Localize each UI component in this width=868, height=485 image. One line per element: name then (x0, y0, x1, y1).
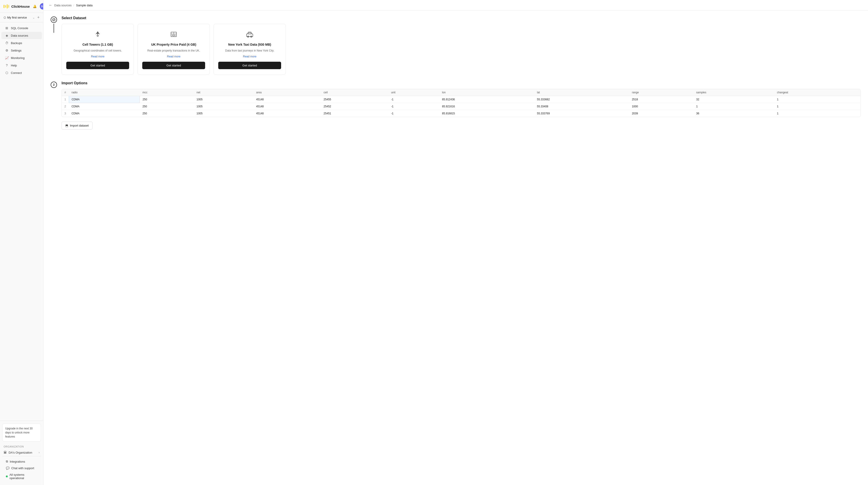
sidebar-item-settings[interactable]: ⚙ Settings (1, 47, 42, 54)
sidebar-label-connect: Connect (11, 71, 22, 74)
service-chevron-icon: ⌄ (33, 16, 35, 19)
cell-range: 2039 (629, 110, 693, 117)
sidebar-item-data-sources[interactable]: ◈ Data sources (1, 32, 42, 39)
upgrade-card: Upgrade in the next 30 days to unlock mo… (2, 423, 41, 442)
logo-bar-1 (4, 5, 4, 8)
cell-towers-read-more[interactable]: Read more (91, 55, 104, 58)
ny-taxi-desc: Data from taxi journeys in New York City… (225, 48, 274, 53)
cell-samples: 1 (693, 103, 774, 110)
cell-num: 1 (62, 96, 69, 103)
cell-area: 45148 (253, 110, 321, 117)
cell-lon: 85.916815 (439, 110, 534, 117)
cell-changeat: 1 (774, 96, 861, 103)
cell-lat: 55.333682 (534, 96, 629, 103)
avatar[interactable]: DA (40, 3, 43, 9)
svg-point-0 (53, 18, 55, 21)
chat-support-link[interactable]: 💬 Chat with support (2, 465, 41, 472)
step-2-circle: 2 (51, 82, 57, 88)
integrations-link[interactable]: ⧉ Integrations (2, 458, 41, 465)
cell-cell: 25455 (321, 96, 388, 103)
table-header-row: # radio mcc net area cell unit lon lat (62, 89, 861, 96)
cell-range: 2518 (629, 96, 693, 103)
ny-taxi-read-more[interactable]: Read more (243, 55, 256, 58)
import-icon: ⬒ (65, 124, 68, 127)
org-item[interactable]: 🏛 DA's Organization › (2, 449, 41, 456)
system-status: All systems operational (2, 472, 41, 481)
breadcrumb-separator: / (73, 4, 74, 7)
add-service-icon[interactable]: + (37, 15, 39, 20)
uk-property-get-started-button[interactable]: Get started (142, 62, 205, 69)
org-name: DA's Organization (9, 451, 32, 454)
ny-taxi-icon (245, 29, 254, 39)
import-dataset-button[interactable]: ⬒ Import dataset (62, 122, 93, 129)
sidebar-item-sql-console[interactable]: ⊞ SQL Console (1, 24, 42, 32)
cell-cell: 25451 (321, 110, 388, 117)
sidebar-item-backups[interactable]: ⏱ Backups (1, 39, 42, 46)
org-chevron-icon: › (39, 451, 39, 454)
cell-changeat: 1 (774, 110, 861, 117)
cell-lat: 55.33408 (534, 103, 629, 110)
ny-taxi-get-started-button[interactable]: Get started (218, 62, 281, 69)
cell-samples: 36 (693, 110, 774, 117)
sidebar-label-settings: Settings (11, 49, 22, 52)
dataset-card-uk-property: UK Property Price Paid (4 GB) Real-estat… (137, 24, 210, 75)
uk-property-desc: Real-estate property transactions in the… (148, 48, 200, 53)
col-header-range: range (629, 89, 693, 96)
step-1-circle (51, 17, 57, 23)
dataset-cards: Cell Towers (1.1 GB) Geographical coordi… (62, 24, 861, 75)
logo-bar-3 (7, 4, 7, 8)
step-2-number: 2 (53, 83, 55, 86)
cell-mcc: 250 (140, 103, 194, 110)
step-2-indicator: 2 (51, 81, 57, 88)
step-2: 2 Import Options # radio m (51, 81, 861, 129)
sidebar-item-help[interactable]: ? Help (1, 62, 42, 69)
step-1-line (54, 24, 54, 33)
logo-bar-4 (8, 5, 9, 8)
step-1-title: Select Dataset (62, 16, 861, 20)
col-header-cell: cell (321, 89, 388, 96)
cell-area: 45148 (253, 96, 321, 103)
cell-num: 3 (62, 110, 69, 117)
step-2-title: Import Options (62, 81, 861, 85)
uk-property-title: UK Property Price Paid (4 GB) (151, 43, 196, 46)
data-sources-icon: ◈ (5, 34, 9, 37)
sidebar-logo: ClickHouse 🔔 DA (0, 0, 43, 13)
uk-property-read-more[interactable]: Read more (167, 55, 180, 58)
main-content: ← Data sources / Sample data Sel (43, 0, 868, 485)
dataset-card-cell-towers: Cell Towers (1.1 GB) Geographical coordi… (62, 24, 134, 75)
step-1-indicator (51, 16, 57, 33)
sidebar-label-help: Help (11, 64, 17, 67)
cell-area: 45148 (253, 103, 321, 110)
step-1-content: Select Dataset (62, 16, 861, 75)
data-table: # radio mcc net area cell unit lon lat (62, 89, 861, 117)
table-row: 2 CDMA 250 1005 45148 25452 -1 85.921616… (62, 103, 861, 110)
sql-console-icon: ⊞ (5, 26, 9, 30)
org-label: Organization (2, 444, 41, 449)
cell-mcc: 250 (140, 110, 194, 117)
col-header-lon: lon (439, 89, 534, 96)
cell-net: 1005 (194, 103, 253, 110)
cell-radio: CDMA (69, 110, 140, 117)
logo-bar-2 (5, 5, 6, 7)
import-options: # radio mcc net area cell unit lon lat (62, 89, 861, 129)
sidebar-item-connect[interactable]: ⬡ Connect (1, 69, 42, 76)
col-header-unit: unit (388, 89, 439, 96)
service-icon: ⬡ (4, 16, 6, 19)
integrations-icon: ⧉ (6, 460, 8, 463)
cell-lon: 85.912436 (439, 96, 534, 103)
cell-towers-desc: Geographical coordinates of cell towers. (73, 48, 122, 53)
notifications-icon[interactable]: 🔔 (32, 3, 38, 9)
col-header-net: net (194, 89, 253, 96)
service-selector[interactable]: ⬡ My first service ⌄ + (0, 13, 43, 22)
cell-cell: 25452 (321, 103, 388, 110)
cell-lon: 85.921616 (439, 103, 534, 110)
table-body: 1 CDMA 250 1005 45148 25455 -1 85.912436… (62, 96, 861, 117)
cell-radio: CDMA (69, 103, 140, 110)
cell-towers-get-started-button[interactable]: Get started (66, 62, 129, 69)
back-button[interactable]: ← (49, 3, 53, 7)
breadcrumb-parent[interactable]: Data sources (54, 4, 72, 7)
ny-taxi-title: New York Taxi Data (930 MB) (228, 43, 271, 46)
settings-icon: ⚙ (5, 48, 9, 52)
table-row: 3 CDMA 250 1005 45148 25451 -1 85.916815… (62, 110, 861, 117)
sidebar-item-monitoring[interactable]: 📈 Monitoring (1, 54, 42, 62)
